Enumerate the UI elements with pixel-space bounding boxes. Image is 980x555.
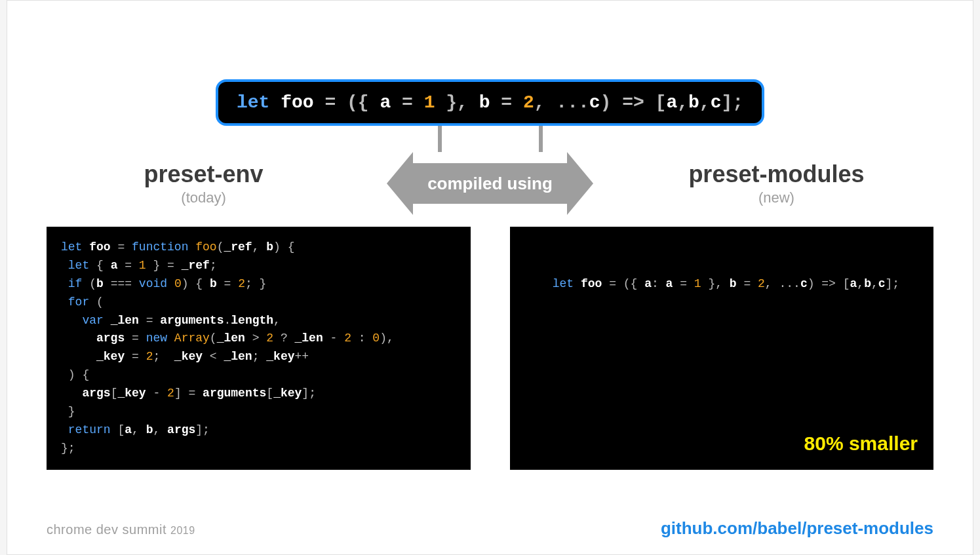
source-code-box: let foo = ({ a = 1 }, b = 2, ...c) => [a… bbox=[216, 79, 764, 126]
right-subtitle: (new) bbox=[619, 189, 933, 206]
right-title: preset-modules bbox=[619, 161, 933, 188]
slide: let foo = ({ a = 1 }, b = 2, ...c) => [a… bbox=[7, 0, 973, 555]
heading-row: preset-env (today) compiled using preset… bbox=[47, 152, 933, 215]
left-subtitle: (today) bbox=[47, 189, 361, 206]
preset-modules-output: let foo = ({ a: a = 1 }, b = 2, ...c) =>… bbox=[510, 227, 934, 470]
arrow-label: compiled using bbox=[413, 163, 567, 204]
left-title: preset-env bbox=[47, 161, 361, 188]
size-badge: 80% smaller bbox=[804, 429, 918, 459]
left-heading: preset-env (today) bbox=[47, 161, 361, 206]
event-name: chrome dev summit bbox=[47, 522, 167, 537]
arrow-left-icon bbox=[387, 152, 413, 215]
event-year: 2019 bbox=[170, 525, 195, 536]
right-heading: preset-modules (new) bbox=[619, 161, 933, 206]
arrow-right-icon bbox=[567, 152, 593, 215]
footer: chrome dev summit 2019 github.com/babel/… bbox=[47, 518, 933, 539]
compiled-using-arrow: compiled using bbox=[387, 152, 593, 215]
repo-link[interactable]: github.com/babel/preset-modules bbox=[661, 518, 933, 539]
code-panels: let foo = function foo(_ref, b) { let { … bbox=[47, 227, 933, 470]
preset-env-output: let foo = function foo(_ref, b) { let { … bbox=[47, 227, 471, 470]
event-label: chrome dev summit 2019 bbox=[47, 522, 195, 537]
